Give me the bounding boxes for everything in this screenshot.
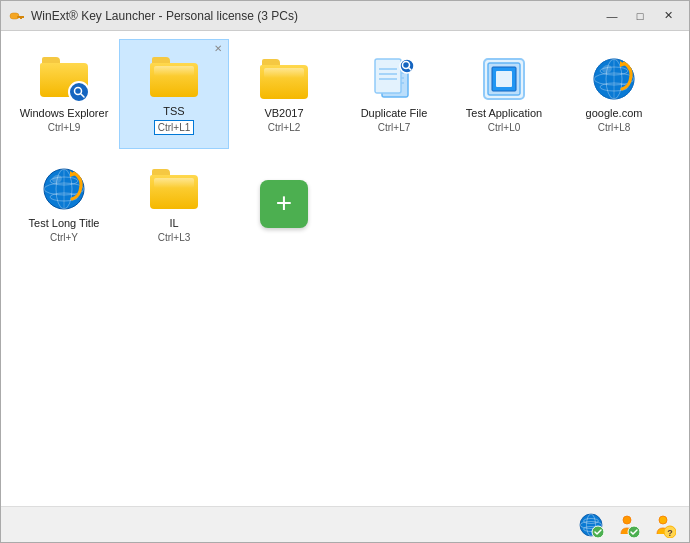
add-plus-icon: + (276, 189, 292, 217)
item-vb2017[interactable]: ✕ VB2017 Ctrl+L2 (229, 39, 339, 149)
app-icon (9, 8, 25, 24)
svg-rect-20 (496, 71, 512, 87)
svg-rect-0 (10, 13, 19, 19)
item-duplicate-file[interactable]: ✕ (339, 39, 449, 149)
svg-rect-10 (375, 59, 401, 93)
add-item-button[interactable]: + (260, 180, 308, 228)
svg-point-44 (659, 516, 667, 524)
item-shortcut-google-com: Ctrl+L8 (598, 122, 631, 133)
svg-line-5 (81, 94, 84, 97)
item-shortcut-windows-explorer: Ctrl+L9 (48, 122, 81, 133)
item-shortcut-vb2017: Ctrl+L2 (268, 122, 301, 133)
il-icon (150, 165, 198, 213)
item-windows-explorer[interactable]: ✕ Windows Explorer (9, 39, 119, 149)
title-bar-left: WinExt® Key Launcher - Personal license … (9, 8, 298, 24)
svg-rect-3 (22, 16, 24, 18)
item-shortcut-test-long-title: Ctrl+Y (50, 232, 78, 243)
item-label-test-application: Test Application (466, 107, 542, 120)
item-label-vb2017: VB2017 (264, 107, 303, 120)
item-test-application[interactable]: ✕ Test Application Ctrl+L0 (449, 39, 559, 149)
close-button[interactable]: ✕ (655, 5, 681, 27)
status-help-button[interactable]: ? (649, 511, 677, 539)
vb2017-icon (260, 55, 308, 103)
windows-explorer-icon (40, 55, 88, 103)
item-tss[interactable]: ✕ TSS Ctrl+L1 (119, 39, 229, 149)
item-label-google-com: google.com (586, 107, 643, 120)
item-label-duplicate-file: Duplicate File (361, 107, 428, 120)
close-item-tss[interactable]: ✕ (214, 44, 222, 54)
svg-point-4 (75, 87, 82, 94)
add-item-cell: + (229, 149, 339, 259)
duplicate-file-icon (370, 55, 418, 103)
item-shortcut-test-application: Ctrl+L0 (488, 122, 521, 133)
title-bar-text: WinExt® Key Launcher - Personal license … (31, 9, 298, 23)
content-area: ✕ Windows Explorer (1, 31, 689, 506)
item-shortcut-tss[interactable]: Ctrl+L1 (154, 120, 195, 135)
maximize-button[interactable]: □ (627, 5, 653, 27)
main-window: WinExt® Key Launcher - Personal license … (0, 0, 690, 543)
google-com-icon (590, 55, 638, 103)
title-bar: WinExt® Key Launcher - Personal license … (1, 1, 689, 31)
svg-point-42 (623, 516, 631, 524)
item-label-tss: TSS (163, 105, 184, 118)
item-test-long-title[interactable]: ✕ Test Long Title Ctrl+Y (9, 149, 119, 259)
svg-rect-2 (20, 16, 22, 19)
items-grid: ✕ Windows Explorer (9, 39, 681, 259)
item-il[interactable]: ✕ IL Ctrl+L3 (119, 149, 229, 259)
item-shortcut-il: Ctrl+L3 (158, 232, 191, 243)
status-bar: ? (1, 506, 689, 542)
test-application-icon (480, 55, 528, 103)
item-google-com[interactable]: ✕ (559, 39, 669, 149)
minimize-button[interactable]: — (599, 5, 625, 27)
svg-text:?: ? (667, 528, 673, 538)
item-label-il: IL (169, 217, 178, 230)
item-label-windows-explorer: Windows Explorer (20, 107, 109, 120)
item-shortcut-duplicate-file: Ctrl+L7 (378, 122, 411, 133)
status-globe-button[interactable] (577, 511, 605, 539)
item-label-test-long-title: Test Long Title (29, 217, 100, 230)
title-bar-controls: — □ ✕ (599, 5, 681, 27)
tss-icon (150, 53, 198, 101)
status-license-button[interactable] (613, 511, 641, 539)
test-long-title-icon (40, 165, 88, 213)
